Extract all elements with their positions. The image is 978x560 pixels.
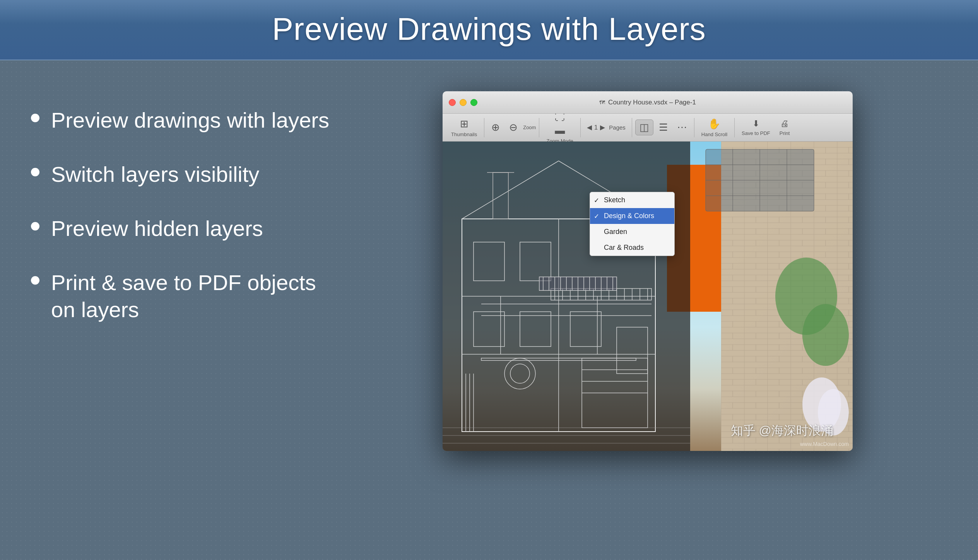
- dropdown-item-garden[interactable]: Garden: [590, 224, 674, 240]
- bullet-item-2: Switch layers visibility: [31, 161, 340, 188]
- toolbar: ⊞ Thumbnails ⊕ ⊖ Zoom ⛶ ▬ Zoom Mode: [443, 114, 853, 142]
- separator-4: [632, 118, 632, 137]
- watermark: 知乎 @海深时浪涌: [731, 422, 833, 439]
- separator-2: [539, 118, 539, 137]
- house-background: 知乎 @海深时浪涌 www.MacDown.com: [443, 142, 853, 451]
- drawing-area: 知乎 @海深时浪涌 www.MacDown.com Sketch Design …: [443, 142, 853, 451]
- bullet-text-4: Print & save to PDF objects on layers: [51, 269, 340, 323]
- header-bar: Preview Drawings with Layers: [0, 0, 978, 60]
- zoom-in-icon: ⊕: [491, 121, 500, 133]
- print-icon: 🖨: [780, 119, 789, 129]
- layers-dropdown: Sketch Design & Colors Garden Car & Road…: [590, 192, 675, 256]
- separator-5: [694, 118, 694, 137]
- zoom-out-icon: ⊖: [509, 121, 518, 133]
- main-content: Preview drawings with layers Switch laye…: [0, 60, 978, 558]
- toolbar-hand-scroll[interactable]: ✋ Hand Scroll: [698, 116, 731, 139]
- bullet-text-3: Preview hidden layers: [51, 215, 263, 242]
- page-title: Preview Drawings with Layers: [0, 11, 978, 47]
- thumbnails-label: Thumbnails: [451, 131, 477, 137]
- pages-next-btn[interactable]: ▶: [600, 123, 605, 131]
- separator-3: [580, 118, 581, 137]
- bullet-dot-3: [31, 222, 39, 230]
- save-pdf-icon: ⬇: [752, 119, 759, 129]
- dropdown-item-car-roads[interactable]: Car & Roads: [590, 240, 674, 256]
- toolbar-thumbnails[interactable]: ⊞ Thumbnails: [447, 116, 481, 139]
- toolbar-layers-button[interactable]: ◫: [635, 120, 653, 135]
- toolbar-zoom-in[interactable]: ⊕: [487, 120, 504, 135]
- toolbar-more[interactable]: ⋯: [673, 120, 691, 135]
- pages-number: 1: [594, 124, 598, 131]
- bullet-item-4: Print & save to PDF objects on layers: [31, 269, 340, 323]
- save-pdf-label: Save to PDF: [742, 130, 770, 136]
- close-button[interactable]: [449, 99, 456, 106]
- dropdown-menu: Sketch Design & Colors Garden Car & Road…: [590, 192, 675, 256]
- bullet-item-1: Preview drawings with layers: [31, 107, 340, 134]
- toolbar-save-pdf[interactable]: ⬇ Save to PDF: [738, 117, 774, 138]
- mac-window: 🗺 Country House.vsdx – Page-1 ⊞ Thumbnai…: [443, 91, 853, 451]
- more-icon: ⋯: [677, 121, 687, 133]
- dropdown-item-design-colors[interactable]: Design & Colors: [590, 208, 674, 224]
- toolbar-zoom-out[interactable]: ⊖: [505, 120, 521, 135]
- toolbar-pages: ◀ 1 ▶ Pages: [584, 123, 629, 131]
- zoom-fit-icon: ▬: [555, 125, 565, 137]
- titlebar: 🗺 Country House.vsdx – Page-1: [443, 91, 853, 114]
- watermark-small: www.MacDown.com: [800, 441, 849, 447]
- toolbar-zoom-mode[interactable]: ⛶ ▬ Zoom Mode: [542, 109, 577, 145]
- bullet-dot-2: [31, 168, 39, 176]
- window-area: 🗺 Country House.vsdx – Page-1 ⊞ Thumbnai…: [340, 84, 978, 558]
- maximize-button[interactable]: [470, 99, 477, 106]
- toolbar-print[interactable]: 🖨 Print: [776, 117, 794, 138]
- window-title-icon: 🗺: [599, 99, 605, 106]
- bullet-item-3: Preview hidden layers: [31, 215, 340, 242]
- zoom-label: Zoom: [523, 125, 536, 130]
- separator-6: [734, 118, 735, 137]
- thumbnails-icon: ⊞: [460, 118, 468, 130]
- pages-label: Pages: [609, 124, 626, 131]
- bullet-dot-4: [31, 276, 39, 285]
- svg-point-72: [802, 304, 849, 366]
- list-icon: ☰: [659, 121, 668, 133]
- window-title-text: Country House.vsdx – Page-1: [608, 99, 696, 106]
- traffic-lights: [449, 99, 477, 106]
- toolbar-list-view[interactable]: ☰: [655, 120, 672, 135]
- dropdown-item-sketch[interactable]: Sketch: [590, 192, 674, 208]
- bullet-list: Preview drawings with layers Switch laye…: [31, 84, 340, 558]
- sketch-svg: [443, 142, 853, 451]
- layers-icon: ◫: [639, 121, 649, 133]
- hand-scroll-icon: ✋: [708, 118, 720, 130]
- hand-scroll-label: Hand Scroll: [701, 131, 727, 137]
- window-title: 🗺 Country House.vsdx – Page-1: [599, 99, 696, 106]
- bullet-dot-1: [31, 114, 39, 122]
- pages-prev-btn[interactable]: ◀: [587, 123, 592, 131]
- bullet-text-2: Switch layers visibility: [51, 161, 259, 188]
- minimize-button[interactable]: [460, 99, 467, 106]
- separator-1: [484, 118, 484, 137]
- print-label: Print: [780, 130, 790, 136]
- bullet-text-1: Preview drawings with layers: [51, 107, 329, 134]
